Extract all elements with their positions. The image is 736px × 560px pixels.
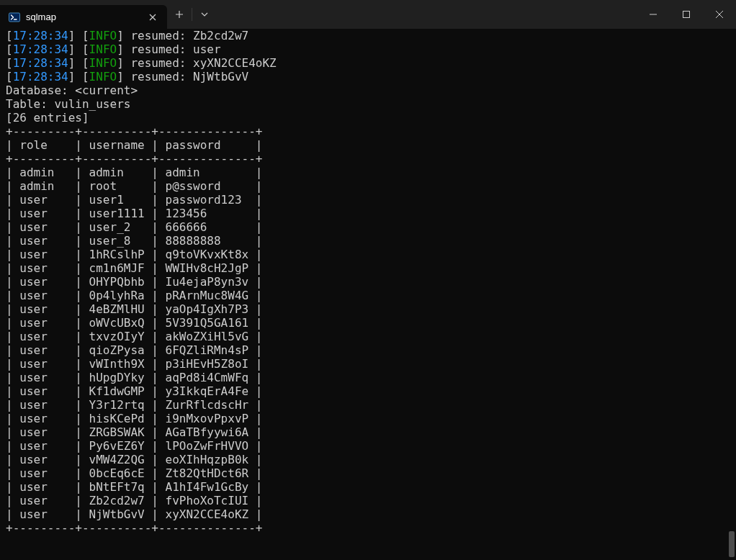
table-row: | user | 1hRCslhP | q9toVKvxKt8x | — [6, 248, 730, 261]
titlebar: sqlmap — [0, 0, 736, 29]
table-row: | user | Zb2cd2w7 | fvPhoXoTcIUI | — [6, 494, 730, 507]
log-line: [17:28:34] [INFO] resumed: user — [6, 42, 730, 56]
table-row: | user | 0p4lyhRa | pRArnMuc8W4G | — [6, 289, 730, 302]
svg-rect-0 — [9, 13, 20, 22]
titlebar-drag-area[interactable] — [217, 0, 637, 29]
maximize-button[interactable] — [670, 0, 703, 29]
entries-line: [26 entries] — [6, 111, 730, 125]
table-header: | role | username | password | — [6, 138, 730, 152]
tab-title: sqlmap — [26, 10, 141, 24]
table-row: | user | qioZPysa | 6FQZliRMn4sP | — [6, 343, 730, 357]
table-row: | user | 0bcEq6cE | Zt82QtHDct6R | — [6, 466, 730, 480]
table-border: +---------+----------+--------------+ — [6, 125, 730, 138]
table-row: | user | Y3r12rtq | ZurRflcdscHr | — [6, 398, 730, 412]
table-row: | user | user_2 | 666666 | — [6, 220, 730, 234]
terminal-output[interactable]: [17:28:34] [INFO] resumed: Zb2cd2w7[17:2… — [0, 29, 736, 560]
table-row: | user | 4eBZMlHU | yaOp4IgXh7P3 | — [6, 302, 730, 316]
svg-rect-3 — [683, 12, 690, 18]
table-row: | user | NjWtbGvV | xyXN2CCE4oKZ | — [6, 507, 730, 521]
table-row: | user | ZRGBSWAK | AGaTBfyywi6A | — [6, 425, 730, 439]
table-row: | user | user1 | password123 | — [6, 193, 730, 207]
scrollbar[interactable] — [726, 29, 736, 560]
table-row: | user | hisKCePd | i9nMxovPpxvP | — [6, 412, 730, 425]
log-line: [17:28:34] [INFO] resumed: NjWtbGvV — [6, 70, 730, 83]
database-line: Database: <current> — [6, 83, 730, 97]
table-line: Table: vulin_users — [6, 97, 730, 111]
table-row: | user | Py6vEZ6Y | lPOoZwFrHVVO | — [6, 439, 730, 453]
table-row: | admin | admin | admin | — [6, 166, 730, 179]
table-row: | user | oWVcUBxQ | 5V391Q5GA161 | — [6, 316, 730, 330]
table-row: | user | bNtEFt7q | A1hI4Fw1GcBy | — [6, 480, 730, 494]
table-border: +---------+----------+--------------+ — [6, 152, 730, 166]
table-row: | user | user_8 | 88888888 | — [6, 234, 730, 248]
powershell-icon — [9, 12, 20, 23]
table-row: | user | user1111 | 123456 | — [6, 207, 730, 220]
table-row: | user | vWInth9X | p3iHEvH5Z8oI | — [6, 357, 730, 371]
table-row: | user | txvzOIyY | akWoZXiHl5vG | — [6, 330, 730, 343]
table-border: +---------+----------+--------------+ — [6, 521, 730, 535]
log-line: [17:28:34] [INFO] resumed: xyXN2CCE4oKZ — [6, 56, 730, 70]
tab-dropdown-button[interactable] — [192, 0, 217, 29]
table-row: | user | Kf1dwGMP | y3IkkqErA4Fe | — [6, 384, 730, 398]
table-row: | admin | root | p@ssword | — [6, 179, 730, 193]
table-row: | user | cm1n6MJF | WWIHv8cH2JgP | — [6, 261, 730, 275]
table-row: | user | hUpgDYky | aqPd8i4CmWFq | — [6, 371, 730, 384]
log-line: [17:28:34] [INFO] resumed: Zb2cd2w7 — [6, 29, 730, 42]
table-row: | user | vMW4Z2QG | eoXIhHqzpB0k | — [6, 453, 730, 466]
minimize-button[interactable] — [637, 0, 670, 29]
new-tab-button[interactable] — [167, 0, 192, 29]
tab-sqlmap[interactable]: sqlmap — [0, 5, 167, 29]
close-tab-button[interactable] — [147, 12, 158, 23]
close-window-button[interactable] — [703, 0, 736, 29]
scroll-thumb[interactable] — [729, 531, 735, 557]
table-row: | user | OHYPQbhb | Iu4ejaP8yn3v | — [6, 275, 730, 289]
